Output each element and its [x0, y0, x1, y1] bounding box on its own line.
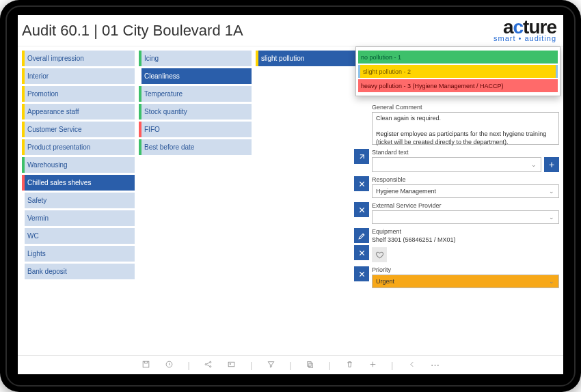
expand-button[interactable] — [354, 149, 369, 164]
svg-point-4 — [210, 365, 211, 367]
list-item[interactable]: Appearance staff — [22, 104, 135, 120]
list-item-label: Cleanliness — [141, 72, 252, 80]
list-item-label: Warehousing — [25, 161, 135, 169]
list-item-label: Vermin — [25, 214, 135, 222]
close-esp-button[interactable] — [354, 202, 369, 217]
svg-rect-0 — [143, 361, 149, 367]
list-item-label: Interior — [25, 72, 135, 80]
svg-rect-7 — [308, 361, 311, 366]
add-icon[interactable] — [368, 360, 377, 371]
list-item[interactable]: FIFO — [139, 122, 252, 137]
list-item[interactable]: Cleanliness — [139, 68, 252, 84]
list-item[interactable]: Promotion — [22, 86, 135, 102]
more-icon[interactable]: ⋯ — [430, 360, 440, 370]
rating-option-2[interactable]: slight pollution - 2 — [358, 65, 558, 78]
chevron-down-icon: ⌄ — [549, 214, 554, 221]
list-item-label: Chilled sales shelves — [25, 179, 135, 186]
chevron-down-icon: ⌄ — [549, 278, 554, 285]
list-item-label: Product presentation — [25, 143, 135, 151]
svg-point-6 — [230, 363, 231, 365]
image-icon[interactable] — [227, 360, 237, 371]
add-standard-text-button[interactable]: + — [544, 157, 559, 172]
standard-text-select[interactable]: ⌄ — [372, 157, 541, 172]
list-item[interactable]: Warehousing — [22, 157, 135, 173]
list-item[interactable]: Icing — [139, 51, 252, 66]
list-item[interactable]: Product presentation — [22, 139, 135, 155]
list-item-label: WC — [25, 232, 135, 240]
list-item-label: Overall impression — [25, 55, 135, 62]
list-item[interactable]: WC — [22, 228, 135, 244]
tablet-frame: Audit 60.1 | 01 City Boulevard 1A acture… — [0, 0, 581, 392]
list-item[interactable]: Overall impression — [22, 51, 135, 66]
screen: Audit 60.1 | 01 City Boulevard 1A acture… — [18, 15, 563, 374]
delete-icon[interactable] — [344, 360, 354, 371]
rating-option-3[interactable]: heavy pollution - 3 (Hygiene Management … — [358, 79, 558, 92]
list-item-label: Bank deposit — [25, 268, 135, 275]
favorite-button[interactable] — [372, 247, 387, 262]
rating-popup: no pollution - 1 slight pollution - 2 he… — [355, 46, 560, 96]
list-item[interactable]: Bank deposit — [22, 264, 135, 279]
edit-equipment-button[interactable] — [354, 228, 369, 243]
responsible-label: Responsible — [372, 176, 559, 183]
esp-select[interactable]: ⌄ — [372, 210, 559, 224]
save-icon[interactable] — [141, 360, 151, 371]
general-comment-input[interactable]: Clean again is required. Register employ… — [372, 112, 559, 145]
list-item-label: Icing — [141, 55, 252, 62]
svg-point-2 — [206, 363, 207, 365]
category-column: Overall impressionInteriorPromotionAppea… — [22, 51, 135, 354]
rating-option-1[interactable]: no pollution - 1 — [358, 51, 558, 64]
list-item-label: Safety — [25, 197, 135, 204]
close-equipment-button[interactable] — [354, 245, 369, 260]
detail-column: slight pollution — [256, 51, 368, 354]
svg-point-3 — [210, 361, 211, 363]
list-item[interactable]: Best before date — [139, 139, 252, 155]
list-item[interactable]: Stock quantity — [139, 104, 252, 120]
list-item[interactable]: Customer Service — [22, 122, 135, 137]
svg-rect-8 — [309, 363, 312, 367]
form-panel: General Comment Clean again is required.… — [354, 104, 559, 288]
list-item-label: Temperature — [141, 90, 252, 98]
chevron-down-icon: ⌄ — [549, 188, 554, 195]
close-responsible-button[interactable] — [354, 176, 369, 191]
priority-select[interactable]: Urgent⌄ — [372, 275, 559, 288]
general-comment-label: General Comment — [372, 104, 559, 111]
list-item-label: Best before date — [141, 143, 252, 151]
list-item-label: FIFO — [141, 126, 252, 133]
list-item-label: Lights — [25, 250, 135, 257]
svg-rect-5 — [229, 362, 235, 367]
close-priority-button[interactable] — [354, 266, 369, 281]
list-item[interactable]: slight pollution — [256, 51, 368, 66]
list-item-label: Appearance staff — [25, 108, 135, 115]
filter-icon[interactable] — [266, 360, 275, 371]
list-item[interactable]: Chilled sales shelves — [22, 175, 135, 191]
back-icon[interactable] — [407, 360, 416, 371]
list-item[interactable]: Interior — [22, 68, 135, 84]
list-item[interactable]: Temperature — [139, 86, 252, 102]
responsible-select[interactable]: Hygiene Management⌄ — [372, 184, 559, 198]
share-icon[interactable] — [204, 360, 213, 371]
standard-text-label: Standard text — [372, 149, 559, 156]
list-item[interactable]: Safety — [22, 193, 135, 208]
chevron-down-icon: ⌄ — [531, 161, 537, 168]
equipment-label: Equipment — [372, 228, 559, 235]
subcategory-column: IcingCleanlinessTemperatureStock quantit… — [139, 51, 252, 354]
priority-label: Priority — [372, 266, 559, 273]
list-item[interactable]: Vermin — [22, 210, 135, 226]
list-item-label: Customer Service — [25, 126, 135, 133]
page-title: Audit 60.1 | 01 City Boulevard 1A — [22, 22, 243, 40]
history-icon[interactable] — [165, 360, 174, 371]
header: Audit 60.1 | 01 City Boulevard 1A acture… — [18, 15, 563, 46]
logo: acture smart • auditing — [494, 19, 559, 42]
list-item-label: Promotion — [25, 90, 135, 98]
list-item[interactable]: Lights — [22, 246, 135, 262]
list-item-label: Stock quantity — [141, 108, 252, 115]
copy-icon[interactable] — [306, 360, 315, 371]
bottom-toolbar: | | | | | ⋯ — [18, 355, 563, 374]
equipment-value: Shelf 3301 (56846251 / MX01) — [372, 236, 559, 243]
list-item-label: slight pollution — [258, 55, 368, 62]
esp-label: External Service Provider — [372, 202, 559, 209]
